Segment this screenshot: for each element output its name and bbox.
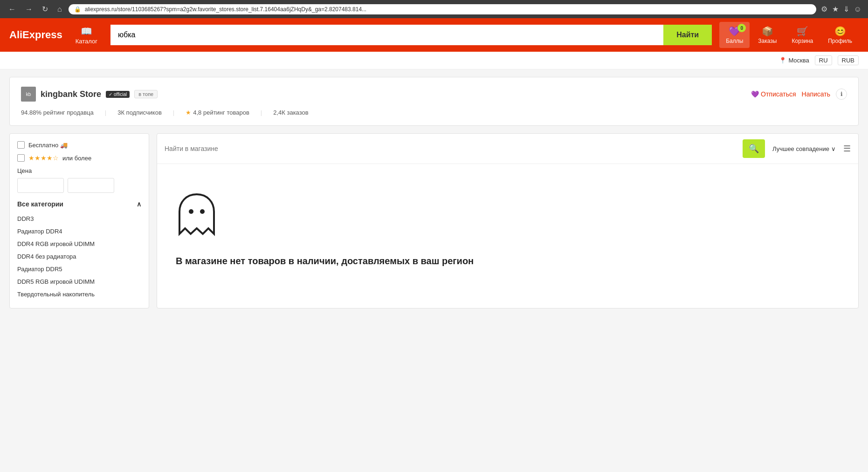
heart-icon: 💜 bbox=[751, 90, 759, 98]
catalog-label: Каталог bbox=[76, 38, 97, 45]
subscribers-stat: 3К подписчиков bbox=[117, 109, 162, 116]
header-actions: 0 💜 Баллы 📦 Заказы 🛒 Корзина 😊 Профиль bbox=[719, 22, 859, 48]
price-max-input[interactable] bbox=[68, 178, 114, 193]
product-rating-stat: ★ 4,8 рейтинг товаров bbox=[186, 109, 249, 116]
stars-label: или более bbox=[62, 155, 91, 162]
main-header: AliExpress 📖 Каталог Найти 0 💜 Баллы 📦 З… bbox=[0, 18, 868, 52]
store-search-bar: 🔍 Лучшее совпадение ∨ ☰ bbox=[157, 134, 858, 164]
currency-selector[interactable]: RUB bbox=[838, 55, 859, 65]
stars-filter[interactable]: ★★★★☆ или более bbox=[17, 154, 141, 162]
security-icon: 🔒 bbox=[74, 6, 81, 13]
back-button[interactable]: ← bbox=[6, 4, 19, 14]
price-section: Цена bbox=[17, 167, 141, 193]
bookmark-button[interactable]: ★ bbox=[831, 4, 840, 14]
browser-chrome: ← → ↻ ⌂ 🔒 aliexpress.ru/store/1103685267… bbox=[0, 0, 868, 18]
free-shipping-filter[interactable]: Бесплатно 🚚 bbox=[17, 141, 141, 149]
categories-list: DDR3Радиатор DDR4DDR4 RGB игровой UDIMMD… bbox=[17, 212, 141, 301]
orders-text: 2,4К заказов bbox=[273, 109, 308, 116]
search-input[interactable] bbox=[110, 25, 663, 45]
cart-label: Корзина bbox=[792, 38, 813, 44]
sort-label: Лучшее совпадение bbox=[772, 145, 829, 152]
category-item[interactable]: DDR5 RGB игровой UDIMM bbox=[17, 275, 141, 288]
search-magnifier-icon: 🔍 bbox=[749, 144, 759, 154]
tone-badge: в топе bbox=[134, 90, 158, 98]
sort-dropdown[interactable]: Лучшее совпадение ∨ bbox=[769, 144, 840, 154]
stars-checkbox[interactable] bbox=[17, 154, 25, 162]
location-pin-icon: 📍 bbox=[779, 57, 786, 64]
price-label: Цена bbox=[17, 167, 141, 174]
address-bar[interactable]: 🔒 aliexpress.ru/store/1103685267?spm=a2g… bbox=[69, 4, 816, 14]
empty-text: В магазине нет товаров в наличии, достав… bbox=[176, 256, 474, 267]
orders-icon: 📦 bbox=[762, 26, 773, 37]
language-selector[interactable]: RU bbox=[815, 55, 832, 65]
search-button[interactable]: Найти bbox=[663, 25, 712, 45]
rating-text: 94.88% рейтинг продавца bbox=[21, 109, 94, 116]
profile-label: Профиль bbox=[828, 38, 852, 44]
category-item[interactable]: DDR4 без радиатора bbox=[17, 250, 141, 263]
sidebar: Бесплатно 🚚 ★★★★☆ или более Цена Все кат… bbox=[9, 133, 149, 308]
category-item[interactable]: Радиатор DDR4 bbox=[17, 225, 141, 238]
svg-point-1 bbox=[200, 209, 205, 214]
chevron-up-icon: ∧ bbox=[137, 200, 141, 208]
profile-action[interactable]: 😊 Профиль bbox=[821, 22, 859, 48]
main-area: 🔍 Лучшее совпадение ∨ ☰ bbox=[157, 133, 859, 308]
view-toggle-button[interactable]: ☰ bbox=[843, 144, 851, 154]
free-shipping-checkbox[interactable] bbox=[17, 141, 25, 149]
categories-label: Все категории bbox=[17, 200, 63, 208]
price-min-input[interactable] bbox=[17, 178, 64, 193]
info-button[interactable]: ℹ bbox=[836, 89, 847, 100]
catalog-button[interactable]: 📖 Каталог bbox=[70, 22, 103, 48]
orders-label: Заказы bbox=[758, 38, 777, 44]
store-search-button[interactable]: 🔍 bbox=[743, 139, 765, 158]
product-rating-text: 4,8 рейтинг товаров bbox=[193, 109, 249, 116]
logo[interactable]: AliExpress bbox=[9, 29, 62, 41]
truck-icon: 🚚 bbox=[60, 142, 68, 149]
category-item[interactable]: DDR3 bbox=[17, 212, 141, 225]
categories-section: Все категории ∧ DDR3Радиатор DDR4DDR4 RG… bbox=[17, 200, 141, 301]
cart-action[interactable]: 🛒 Корзина bbox=[785, 22, 820, 48]
store-actions: 💜 Отписаться Написать ℹ bbox=[751, 89, 847, 100]
search-bar: Найти bbox=[110, 25, 712, 45]
star-icon: ★ bbox=[186, 109, 191, 116]
category-item[interactable]: Твердотельный накопитель bbox=[17, 288, 141, 301]
orders-action[interactable]: 📦 Заказы bbox=[751, 22, 783, 48]
category-item[interactable]: Радиатор DDR5 bbox=[17, 263, 141, 275]
svg-point-0 bbox=[189, 209, 193, 214]
forward-button[interactable]: → bbox=[22, 4, 35, 14]
profile-browser-button[interactable]: ☺ bbox=[853, 4, 862, 14]
download-button[interactable]: ⇓ bbox=[842, 4, 850, 14]
unsubscribe-button[interactable]: 💜 Отписаться bbox=[751, 90, 796, 98]
store-name: kingbank Store bbox=[41, 89, 101, 99]
cart-icon: 🛒 bbox=[797, 26, 808, 37]
store-card: kb kingbank Store ✓ official в топе 💜 От… bbox=[9, 77, 859, 126]
subscribers-text: 3К подписчиков bbox=[117, 109, 162, 116]
rating-stat: 94.88% рейтинг продавца bbox=[21, 109, 94, 116]
store-header: kb kingbank Store ✓ official в топе 💜 От… bbox=[21, 87, 847, 102]
store-logo: kb bbox=[21, 87, 36, 102]
official-badge: ✓ official bbox=[106, 91, 130, 98]
refresh-button[interactable]: ↻ bbox=[39, 4, 51, 14]
category-item[interactable]: DDR4 RGB игровой UDIMM bbox=[17, 238, 141, 250]
balls-badge: 0 bbox=[737, 24, 746, 32]
write-button[interactable]: Написать bbox=[802, 90, 830, 98]
url-text: aliexpress.ru/store/1103685267?spm=a2g2w… bbox=[85, 6, 366, 13]
extensions-button[interactable]: ⚙ bbox=[820, 4, 828, 14]
store-search-input[interactable] bbox=[165, 145, 739, 152]
balls-action[interactable]: 0 💜 Баллы bbox=[719, 22, 750, 48]
home-button[interactable]: ⌂ bbox=[55, 4, 65, 14]
store-logo-text: kb bbox=[26, 92, 31, 97]
categories-header[interactable]: Все категории ∧ bbox=[17, 200, 141, 208]
catalog-icon: 📖 bbox=[81, 26, 92, 37]
chevron-down-icon: ∨ bbox=[831, 145, 836, 152]
content-row: Бесплатно 🚚 ★★★★☆ или более Цена Все кат… bbox=[9, 133, 859, 308]
ghost-icon bbox=[176, 192, 218, 245]
sub-header: 📍 Москва RU RUB bbox=[0, 52, 868, 69]
free-shipping-label: Бесплатно 🚚 bbox=[28, 142, 68, 149]
store-info-left: kb kingbank Store ✓ official в топе bbox=[21, 87, 158, 102]
location-selector[interactable]: 📍 Москва bbox=[779, 57, 809, 64]
free-label-text: Бесплатно bbox=[28, 142, 58, 149]
store-stats: 94.88% рейтинг продавца | 3К подписчиков… bbox=[21, 109, 847, 116]
balls-label: Баллы bbox=[726, 38, 743, 44]
info-icon: ℹ bbox=[840, 91, 843, 97]
main-content: kb kingbank Store ✓ official в топе 💜 От… bbox=[0, 69, 868, 316]
